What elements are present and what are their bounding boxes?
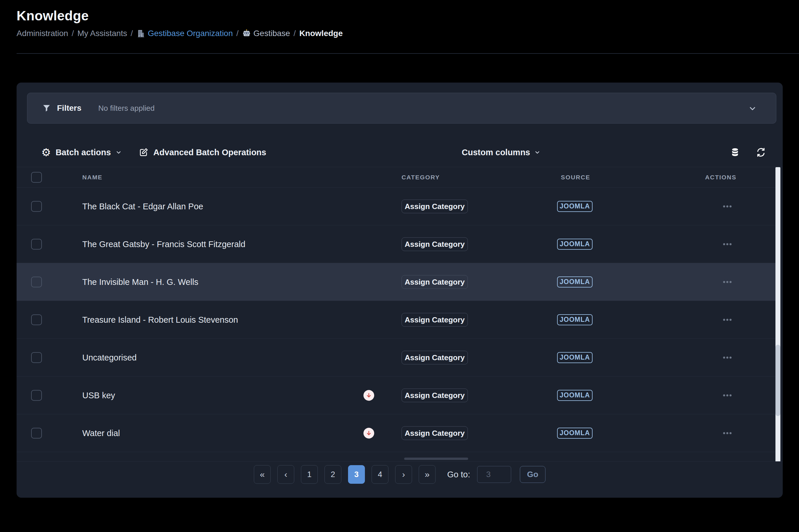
red-down-arrow-icon: [363, 428, 374, 438]
vertical-scrollbar-thumb[interactable]: [776, 345, 780, 416]
table-header-row: NAME CATEGORY SOURCE ACTIONS: [17, 167, 776, 188]
breadcrumb-my-assistants: My Assistants: [77, 29, 127, 38]
column-header-actions: ACTIONS: [705, 174, 737, 181]
chevron-down-icon: [115, 149, 122, 155]
row-name: The Black Cat - Edgar Allan Poe: [82, 202, 203, 211]
gear-icon: ⚙: [41, 147, 51, 158]
breadcrumb: Administration / My Assistants /: [17, 29, 799, 38]
row-actions-button[interactable]: [721, 355, 733, 360]
breadcrumb-organization-link[interactable]: Gestibase Organization: [136, 29, 233, 38]
batch-actions-button[interactable]: ⚙ Batch actions: [41, 147, 122, 158]
row-name: Water dial: [82, 428, 120, 438]
row-checkbox[interactable]: [31, 201, 42, 212]
row-checkbox[interactable]: [31, 352, 42, 363]
page-button-2[interactable]: 2: [324, 465, 341, 484]
breadcrumb-administration: Administration: [17, 29, 68, 38]
table-row: Treasure Island - Robert Louis Stevenson…: [17, 301, 776, 339]
source-badge: JOOMLA: [557, 428, 593, 439]
advanced-batch-operations-button[interactable]: Advanced Batch Operations: [139, 147, 266, 157]
header-divider: [17, 53, 799, 54]
table-row: USB key Assign Category JOOMLA: [17, 377, 776, 414]
table-partial-row: [17, 452, 776, 462]
row-actions-button[interactable]: [721, 317, 733, 322]
filters-bar[interactable]: Filters No filters applied: [27, 93, 776, 124]
robot-icon: [242, 29, 251, 38]
breadcrumb-separator: /: [236, 29, 239, 38]
assign-category-button[interactable]: Assign Category: [401, 275, 468, 289]
toolbar-icons: [730, 144, 766, 160]
toolbar-left: ⚙ Batch actions Advanced Batch Operation…: [41, 144, 266, 160]
row-checkbox[interactable]: [31, 277, 42, 287]
breadcrumb-assistant-link[interactable]: Gestibase: [242, 29, 290, 38]
row-name: The Invisible Man - H. G. Wells: [82, 277, 198, 287]
page-title: Knowledge: [17, 8, 799, 23]
filters-status: No filters applied: [98, 104, 155, 113]
page-header: Knowledge Administration / My Assistants…: [17, 0, 799, 38]
source-badge: JOOMLA: [557, 314, 593, 325]
assign-category-button[interactable]: Assign Category: [401, 388, 468, 402]
knowledge-card: Filters No filters applied ⚙ Batch actio…: [17, 82, 783, 498]
goto-label: Go to:: [447, 470, 470, 479]
table-row: Uncategorised Assign Category JOOMLA: [17, 339, 776, 377]
column-header-category: CATEGORY: [401, 174, 440, 181]
row-name: Uncategorised: [82, 353, 137, 362]
select-all-checkbox[interactable]: [31, 172, 42, 183]
breadcrumb-separator: /: [72, 29, 74, 38]
knowledge-table: NAME CATEGORY SOURCE ACTIONS The Black C…: [17, 167, 783, 462]
table-row: The Invisible Man - H. G. Wells Assign C…: [17, 263, 776, 301]
page-button-3[interactable]: 3: [348, 465, 365, 484]
source-badge: JOOMLA: [557, 239, 593, 250]
row-checkbox[interactable]: [31, 390, 42, 401]
table-body: The Black Cat - Edgar Allan Poe Assign C…: [17, 188, 783, 452]
source-badge: JOOMLA: [557, 390, 593, 401]
funnel-icon: [42, 103, 51, 113]
table-row: Water dial Assign Category JOOMLA: [17, 414, 776, 452]
last-page-button[interactable]: »: [419, 465, 436, 484]
page-buttons: 1234: [301, 465, 388, 484]
vertical-scrollbar[interactable]: [776, 167, 780, 462]
page-button-4[interactable]: 4: [372, 465, 388, 484]
column-header-name: NAME: [82, 174, 102, 181]
row-name: Treasure Island - Robert Louis Stevenson: [82, 315, 238, 324]
source-badge: JOOMLA: [557, 352, 593, 363]
row-checkbox[interactable]: [31, 314, 42, 325]
refresh-icon[interactable]: [756, 147, 766, 157]
pencil-square-icon: [139, 147, 149, 157]
pagination: « ‹ 1234 › » Go to: Go: [17, 465, 783, 484]
row-actions-button[interactable]: [721, 430, 733, 436]
building-icon: [136, 29, 145, 38]
chevron-down-icon: [534, 149, 540, 155]
row-name: USB key: [82, 391, 115, 400]
assign-category-button[interactable]: Assign Category: [401, 350, 468, 364]
first-page-button[interactable]: «: [254, 465, 271, 484]
row-checkbox[interactable]: [31, 239, 42, 249]
horizontal-scrollbar-thumb[interactable]: [404, 458, 468, 460]
row-checkbox[interactable]: [31, 428, 42, 438]
red-down-arrow-icon: [363, 390, 374, 401]
row-actions-button[interactable]: [721, 241, 733, 247]
source-badge: JOOMLA: [557, 277, 593, 287]
row-name: The Great Gatsby - Francis Scott Fitzger…: [82, 239, 245, 249]
assign-category-button[interactable]: Assign Category: [401, 313, 468, 326]
column-header-source: SOURCE: [561, 174, 590, 181]
row-actions-button[interactable]: [721, 204, 733, 209]
custom-columns-button[interactable]: Custom columns: [462, 144, 540, 160]
go-button[interactable]: Go: [520, 466, 546, 483]
breadcrumb-separator: /: [294, 29, 296, 38]
previous-page-button[interactable]: ‹: [278, 465, 294, 484]
row-actions-button[interactable]: [721, 279, 733, 285]
table-row: The Great Gatsby - Francis Scott Fitzger…: [17, 225, 776, 263]
goto-page-input[interactable]: [477, 466, 511, 483]
breadcrumb-current: Knowledge: [299, 29, 343, 38]
assign-category-button[interactable]: Assign Category: [401, 426, 468, 440]
source-badge: JOOMLA: [557, 201, 593, 212]
page-button-1[interactable]: 1: [301, 465, 318, 484]
table-row: The Black Cat - Edgar Allan Poe Assign C…: [17, 188, 776, 225]
database-icon[interactable]: [730, 148, 740, 157]
chevron-down-icon: [748, 104, 757, 113]
row-actions-button[interactable]: [721, 393, 733, 398]
next-page-button[interactable]: ›: [395, 465, 412, 484]
filters-label: Filters: [57, 103, 81, 113]
assign-category-button[interactable]: Assign Category: [401, 237, 468, 251]
assign-category-button[interactable]: Assign Category: [401, 200, 468, 213]
